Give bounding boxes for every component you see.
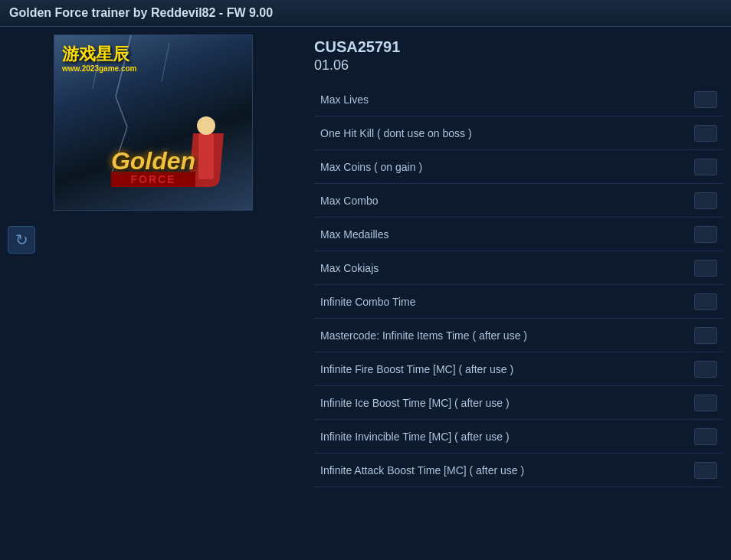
svg-line-0 [116, 35, 131, 97]
cheat-row: Infinite Invincible Time [MC] ( after us… [314, 420, 723, 454]
cheat-toggle[interactable] [694, 159, 717, 175]
cheat-label: Infinite Attack Boost Time [MC] ( after … [320, 464, 694, 476]
cheat-label: Max Cokiajs [320, 262, 694, 274]
cheat-toggle[interactable] [694, 91, 717, 108]
svg-line-1 [116, 97, 127, 127]
cheat-toggle[interactable] [694, 226, 717, 243]
title-text: Golden Force trainer by Reddevil82 - FW … [9, 6, 273, 19]
game-image: 游戏星辰 www.2023game.com [54, 34, 253, 211]
svg-line-4 [162, 43, 169, 81]
cheat-label: Max Medailles [320, 228, 694, 241]
cheat-row: Infinite Attack Boost Time [MC] ( after … [314, 454, 723, 487]
cheat-toggle[interactable] [694, 125, 717, 142]
cheat-label: One Hit Kill ( dont use on boss ) [320, 127, 694, 139]
cheat-row: Max Coins ( on gain ) [314, 150, 723, 184]
left-panel: 游戏星辰 www.2023game.com [0, 27, 306, 555]
game-image-background: 游戏星辰 www.2023game.com [54, 35, 252, 210]
cheat-row: One Hit Kill ( dont use on boss ) [314, 116, 723, 150]
cheat-toggle[interactable] [694, 361, 717, 378]
cheat-label: Max Lives [320, 93, 694, 106]
cheat-label: Infinite Ice Boost Time [MC] ( after use… [320, 397, 694, 409]
right-panel: CUSA25791 01.06 Max LivesOne Hit Kill ( … [306, 27, 731, 555]
cheat-toggle[interactable] [694, 293, 717, 310]
refresh-button[interactable]: ↻ [8, 226, 35, 254]
game-version: 01.06 [314, 57, 723, 74]
cheat-label: Infinite Fire Boost Time [MC] ( after us… [320, 363, 694, 375]
title-bar: Golden Force trainer by Reddevil82 - FW … [0, 0, 731, 27]
cheat-toggle[interactable] [694, 327, 717, 344]
cheat-row: Max Cokiajs [314, 251, 723, 285]
cheat-toggle[interactable] [694, 462, 717, 479]
cheat-row: Infinite Fire Boost Time [MC] ( after us… [314, 352, 723, 386]
cheat-label: Infinite Combo Time [320, 296, 694, 308]
cheat-row: Max Medailles [314, 218, 723, 251]
game-logo: Golden FORCE [111, 147, 195, 187]
cheat-row: Infinite Ice Boost Time [MC] ( after use… [314, 386, 723, 420]
cheat-row: Infinite Combo Time [314, 285, 723, 319]
cheat-toggle[interactable] [694, 192, 717, 209]
main-content: 游戏星辰 www.2023game.com [0, 27, 731, 555]
cheat-toggle[interactable] [694, 395, 717, 411]
cheat-label: Infinite Invincible Time [MC] ( after us… [320, 431, 694, 443]
svg-line-3 [93, 51, 100, 89]
refresh-icon: ↻ [15, 231, 28, 249]
cheat-toggle[interactable] [694, 428, 717, 445]
character-figure [175, 72, 237, 210]
cheat-toggle[interactable] [694, 260, 717, 277]
golden-text: Golden [111, 147, 195, 175]
cheat-row: Mastercode: Infinite Items Time ( after … [314, 319, 723, 352]
cheat-label: Max Coins ( on gain ) [320, 161, 694, 173]
cheat-row: Max Lives [314, 83, 723, 116]
cheat-label: Mastercode: Infinite Items Time ( after … [320, 329, 694, 342]
game-id: CUSA25791 [314, 38, 723, 56]
cheat-row: Max Combo [314, 184, 723, 218]
cheats-list: Max LivesOne Hit Kill ( dont use on boss… [314, 83, 723, 487]
cheat-label: Max Combo [320, 195, 694, 207]
